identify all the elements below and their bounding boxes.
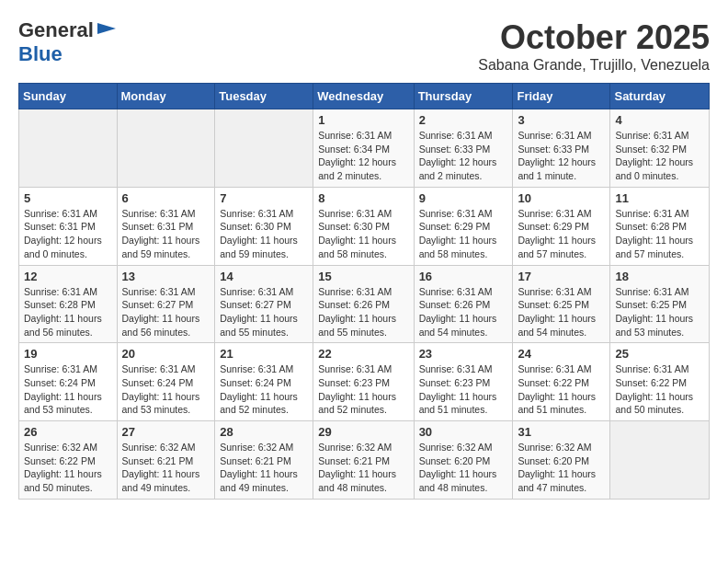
day-number: 22 — [318, 347, 408, 361]
day-info: Sunrise: 6:31 AM Sunset: 6:34 PM Dayligh… — [318, 129, 408, 183]
logo-general: General — [18, 18, 94, 42]
calendar-cell: 18Sunrise: 6:31 AM Sunset: 6:25 PM Dayli… — [610, 265, 710, 343]
day-number: 20 — [122, 347, 210, 361]
day-number: 10 — [518, 191, 605, 205]
day-number: 2 — [419, 113, 508, 127]
weekday-header-wednesday: Wednesday — [313, 84, 414, 109]
day-number: 25 — [615, 347, 704, 361]
day-number: 21 — [220, 347, 308, 361]
calendar-cell: 8Sunrise: 6:31 AM Sunset: 6:30 PM Daylig… — [313, 187, 414, 265]
calendar-cell: 29Sunrise: 6:32 AM Sunset: 6:21 PM Dayli… — [313, 421, 414, 500]
day-info: Sunrise: 6:31 AM Sunset: 6:27 PM Dayligh… — [122, 285, 210, 339]
calendar-week-row: 12Sunrise: 6:31 AM Sunset: 6:28 PM Dayli… — [19, 265, 710, 343]
day-info: Sunrise: 6:31 AM Sunset: 6:30 PM Dayligh… — [220, 207, 308, 261]
calendar-cell: 3Sunrise: 6:31 AM Sunset: 6:33 PM Daylig… — [513, 109, 610, 188]
day-info: Sunrise: 6:31 AM Sunset: 6:27 PM Dayligh… — [220, 285, 308, 339]
calendar-cell: 4Sunrise: 6:31 AM Sunset: 6:32 PM Daylig… — [610, 109, 710, 188]
day-info: Sunrise: 6:32 AM Sunset: 6:22 PM Dayligh… — [24, 441, 112, 495]
calendar-cell: 2Sunrise: 6:31 AM Sunset: 6:33 PM Daylig… — [414, 109, 513, 188]
day-number: 11 — [615, 191, 704, 205]
calendar-cell: 27Sunrise: 6:32 AM Sunset: 6:21 PM Dayli… — [117, 421, 215, 500]
day-number: 1 — [318, 113, 408, 127]
day-number: 9 — [419, 191, 508, 205]
day-info: Sunrise: 6:32 AM Sunset: 6:20 PM Dayligh… — [518, 441, 605, 495]
day-number: 8 — [318, 191, 408, 205]
day-number: 16 — [419, 270, 508, 283]
calendar-table: SundayMondayTuesdayWednesdayThursdayFrid… — [18, 83, 710, 500]
day-number: 19 — [24, 347, 112, 361]
calendar-cell: 25Sunrise: 6:31 AM Sunset: 6:22 PM Dayli… — [610, 343, 710, 421]
day-number: 5 — [24, 191, 112, 205]
day-info: Sunrise: 6:31 AM Sunset: 6:24 PM Dayligh… — [220, 362, 308, 417]
calendar-cell: 5Sunrise: 6:31 AM Sunset: 6:31 PM Daylig… — [19, 187, 118, 265]
calendar-cell: 16Sunrise: 6:31 AM Sunset: 6:26 PM Dayli… — [414, 265, 513, 343]
day-info: Sunrise: 6:31 AM Sunset: 6:33 PM Dayligh… — [518, 129, 605, 183]
day-info: Sunrise: 6:31 AM Sunset: 6:28 PM Dayligh… — [24, 285, 112, 339]
calendar-cell — [117, 109, 215, 188]
day-info: Sunrise: 6:31 AM Sunset: 6:24 PM Dayligh… — [122, 362, 210, 417]
day-info: Sunrise: 6:32 AM Sunset: 6:21 PM Dayligh… — [220, 441, 308, 495]
day-info: Sunrise: 6:31 AM Sunset: 6:24 PM Dayligh… — [24, 362, 112, 417]
calendar-cell: 14Sunrise: 6:31 AM Sunset: 6:27 PM Dayli… — [215, 265, 313, 343]
location-subtitle: Sabana Grande, Trujillo, Venezuela — [478, 57, 710, 74]
day-number: 23 — [419, 347, 508, 361]
page-header: General Blue October 2025 Sabana Grande,… — [18, 18, 710, 74]
day-number: 30 — [419, 425, 508, 439]
logo-blue: Blue — [18, 42, 63, 65]
day-info: Sunrise: 6:31 AM Sunset: 6:26 PM Dayligh… — [419, 285, 508, 339]
calendar-cell — [215, 109, 313, 188]
weekday-header-row: SundayMondayTuesdayWednesdayThursdayFrid… — [19, 84, 710, 109]
day-number: 12 — [24, 270, 112, 283]
logo-flag-icon — [96, 21, 118, 40]
svg-marker-0 — [97, 23, 116, 34]
day-number: 13 — [122, 270, 210, 283]
day-number: 3 — [518, 113, 605, 127]
day-info: Sunrise: 6:31 AM Sunset: 6:22 PM Dayligh… — [518, 362, 605, 417]
calendar-cell: 6Sunrise: 6:31 AM Sunset: 6:31 PM Daylig… — [117, 187, 215, 265]
calendar-cell: 22Sunrise: 6:31 AM Sunset: 6:23 PM Dayli… — [313, 343, 414, 421]
calendar-cell: 26Sunrise: 6:32 AM Sunset: 6:22 PM Dayli… — [19, 421, 118, 500]
month-title: October 2025 — [478, 18, 710, 57]
calendar-cell: 19Sunrise: 6:31 AM Sunset: 6:24 PM Dayli… — [19, 343, 118, 421]
day-number: 6 — [122, 191, 210, 205]
weekday-header-thursday: Thursday — [414, 84, 513, 109]
calendar-week-row: 1Sunrise: 6:31 AM Sunset: 6:34 PM Daylig… — [19, 109, 710, 188]
calendar-cell — [610, 421, 710, 500]
calendar-cell: 31Sunrise: 6:32 AM Sunset: 6:20 PM Dayli… — [513, 421, 610, 500]
logo: General Blue — [18, 18, 118, 66]
calendar-cell: 7Sunrise: 6:31 AM Sunset: 6:30 PM Daylig… — [215, 187, 313, 265]
day-info: Sunrise: 6:31 AM Sunset: 6:29 PM Dayligh… — [419, 207, 508, 261]
day-number: 24 — [518, 347, 605, 361]
calendar-cell: 28Sunrise: 6:32 AM Sunset: 6:21 PM Dayli… — [215, 421, 313, 500]
calendar-cell: 9Sunrise: 6:31 AM Sunset: 6:29 PM Daylig… — [414, 187, 513, 265]
day-info: Sunrise: 6:32 AM Sunset: 6:21 PM Dayligh… — [318, 441, 408, 495]
day-number: 18 — [615, 270, 704, 283]
day-number: 26 — [24, 425, 112, 439]
calendar-cell: 1Sunrise: 6:31 AM Sunset: 6:34 PM Daylig… — [313, 109, 414, 188]
calendar-cell: 20Sunrise: 6:31 AM Sunset: 6:24 PM Dayli… — [117, 343, 215, 421]
day-number: 15 — [318, 270, 408, 283]
weekday-header-sunday: Sunday — [19, 84, 118, 109]
day-info: Sunrise: 6:32 AM Sunset: 6:21 PM Dayligh… — [122, 441, 210, 495]
day-number: 14 — [220, 270, 308, 283]
day-number: 7 — [220, 191, 308, 205]
day-info: Sunrise: 6:31 AM Sunset: 6:25 PM Dayligh… — [615, 285, 704, 339]
calendar-cell: 30Sunrise: 6:32 AM Sunset: 6:20 PM Dayli… — [414, 421, 513, 500]
weekday-header-tuesday: Tuesday — [215, 84, 313, 109]
day-info: Sunrise: 6:31 AM Sunset: 6:25 PM Dayligh… — [518, 285, 605, 339]
calendar-cell — [19, 109, 118, 188]
calendar-cell: 12Sunrise: 6:31 AM Sunset: 6:28 PM Dayli… — [19, 265, 118, 343]
calendar-cell: 13Sunrise: 6:31 AM Sunset: 6:27 PM Dayli… — [117, 265, 215, 343]
day-info: Sunrise: 6:31 AM Sunset: 6:30 PM Dayligh… — [318, 207, 408, 261]
calendar-cell: 23Sunrise: 6:31 AM Sunset: 6:23 PM Dayli… — [414, 343, 513, 421]
calendar-cell: 17Sunrise: 6:31 AM Sunset: 6:25 PM Dayli… — [513, 265, 610, 343]
day-number: 27 — [122, 425, 210, 439]
day-info: Sunrise: 6:31 AM Sunset: 6:26 PM Dayligh… — [318, 285, 408, 339]
day-info: Sunrise: 6:31 AM Sunset: 6:31 PM Dayligh… — [24, 207, 112, 261]
day-number: 28 — [220, 425, 308, 439]
day-number: 31 — [518, 425, 605, 439]
weekday-header-friday: Friday — [513, 84, 610, 109]
day-info: Sunrise: 6:31 AM Sunset: 6:33 PM Dayligh… — [419, 129, 508, 183]
title-area: October 2025 Sabana Grande, Trujillo, Ve… — [478, 18, 710, 74]
weekday-header-saturday: Saturday — [610, 84, 710, 109]
